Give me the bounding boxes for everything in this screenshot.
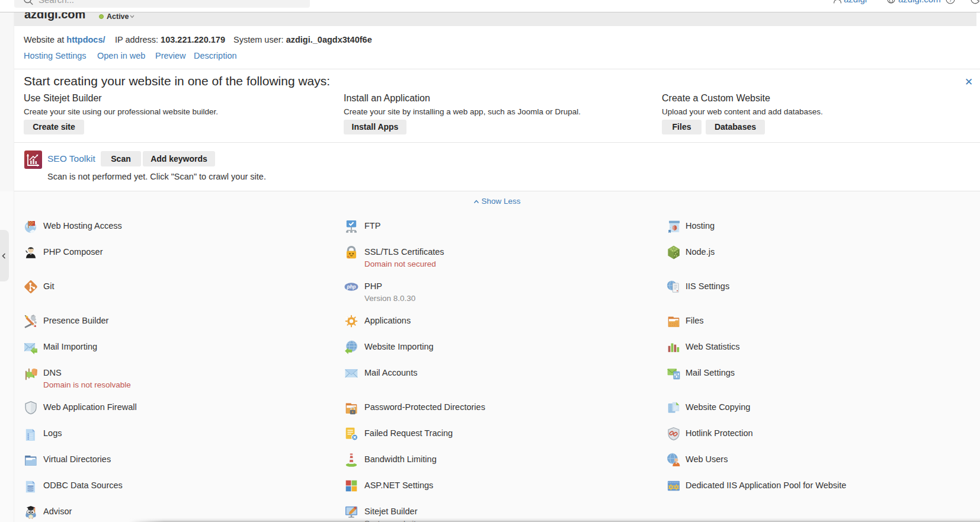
svg-text:php: php bbox=[347, 284, 356, 290]
svg-text:?: ? bbox=[949, 0, 952, 3]
